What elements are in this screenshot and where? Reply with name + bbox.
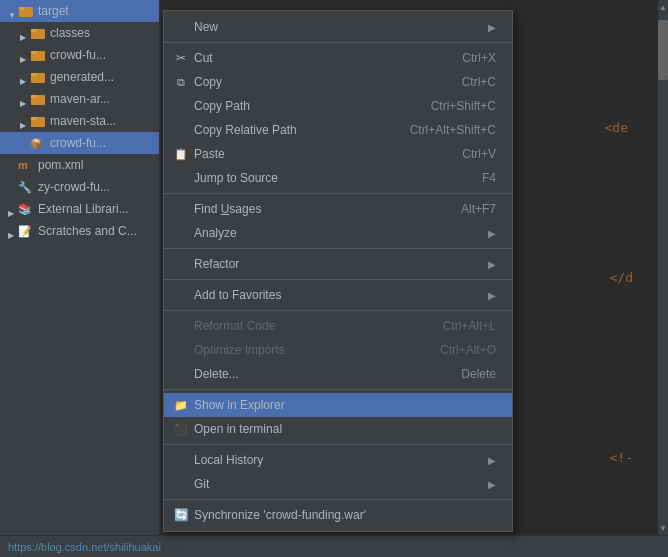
sidebar-item-label: maven-sta... xyxy=(50,114,116,128)
sidebar-item-label: pom.xml xyxy=(38,158,83,172)
menu-item-analyze[interactable]: Analyze ▶ xyxy=(164,221,512,245)
git-icon xyxy=(172,475,190,493)
new-icon xyxy=(172,18,190,36)
sidebar-item-target[interactable]: target xyxy=(0,0,159,22)
sidebar-item-zy-crowd-fu[interactable]: 🔧 zy-crowd-fu... xyxy=(0,176,159,198)
menu-item-label: Jump to Source xyxy=(194,171,466,185)
menu-item-refactor[interactable]: Refactor ▶ xyxy=(164,252,512,276)
sidebar-item-generated[interactable]: generated... xyxy=(0,66,159,88)
expand-icon xyxy=(20,94,30,104)
sidebar-item-classes[interactable]: classes xyxy=(0,22,159,44)
menu-item-delete[interactable]: Delete... Delete xyxy=(164,362,512,386)
scrollbar[interactable]: ▲ ▼ xyxy=(658,0,668,557)
paste-icon: 📋 xyxy=(172,145,190,163)
sidebar-item-pom-xml[interactable]: m pom.xml xyxy=(0,154,159,176)
editor-text-3: </d xyxy=(610,270,633,285)
shortcut-label: Delete xyxy=(461,367,496,381)
menu-item-show-in-explorer[interactable]: 📁 Show in Explorer xyxy=(164,393,512,417)
delete-icon xyxy=(172,365,190,383)
reformat-icon xyxy=(172,317,190,335)
cut-icon: ✂ xyxy=(172,49,190,67)
menu-item-paste[interactable]: 📋 Paste Ctrl+V xyxy=(164,142,512,166)
xml-file-icon: m xyxy=(18,157,34,173)
sidebar-item-external-libraries[interactable]: 📚 External Librari... xyxy=(0,198,159,220)
menu-item-new[interactable]: New ▶ xyxy=(164,15,512,39)
shortcut-label: F4 xyxy=(482,171,496,185)
sidebar-item-label: generated... xyxy=(50,70,114,84)
scroll-down-icon[interactable]: ▼ xyxy=(658,521,668,535)
menu-separator xyxy=(164,444,512,445)
menu-item-git[interactable]: Git ▶ xyxy=(164,472,512,496)
menu-item-label: New xyxy=(194,20,488,34)
menu-item-label: Local History xyxy=(194,453,488,467)
menu-item-label: Find Usages xyxy=(194,202,445,216)
menu-item-optimize-imports[interactable]: Optimize Imports Ctrl+Alt+O xyxy=(164,338,512,362)
menu-item-local-history[interactable]: Local History ▶ xyxy=(164,448,512,472)
scrollbar-thumb[interactable] xyxy=(658,20,668,80)
submenu-arrow: ▶ xyxy=(488,479,496,490)
sidebar-item-label: classes xyxy=(50,26,90,40)
menu-item-label: Paste xyxy=(194,147,446,161)
menu-item-label: Show in Explorer xyxy=(194,398,496,412)
menu-separator xyxy=(164,499,512,500)
submenu-arrow: ▶ xyxy=(488,455,496,466)
shortcut-label: Ctrl+Alt+L xyxy=(443,319,496,333)
menu-item-jump-to-source[interactable]: Jump to Source F4 xyxy=(164,166,512,190)
menu-item-copy[interactable]: ⧉ Copy Ctrl+C xyxy=(164,70,512,94)
explorer-icon: 📁 xyxy=(172,396,190,414)
menu-separator xyxy=(164,248,512,249)
history-icon xyxy=(172,451,190,469)
menu-item-copy-path[interactable]: Copy Path Ctrl+Shift+C xyxy=(164,94,512,118)
optimize-icon xyxy=(172,341,190,359)
sidebar-item-label: crowd-fu... xyxy=(50,48,106,62)
shortcut-label: Alt+F7 xyxy=(461,202,496,216)
sync-icon: 🔄 xyxy=(172,506,190,524)
menu-item-find-usages[interactable]: Find Usages Alt+F7 xyxy=(164,197,512,221)
menu-item-cut[interactable]: ✂ Cut Ctrl+X xyxy=(164,46,512,70)
sidebar-item-crowd-fu-war[interactable]: 📦 crowd-fu... xyxy=(0,132,159,154)
menu-item-reformat-code[interactable]: Reformat Code Ctrl+Alt+L xyxy=(164,314,512,338)
menu-item-label: Refactor xyxy=(194,257,488,271)
svg-rect-1 xyxy=(19,7,25,10)
menu-item-label: Reformat Code xyxy=(194,319,427,333)
folder-icon xyxy=(18,3,34,19)
scratches-icon: 📝 xyxy=(18,223,34,239)
file-tree: target classes crowd-fu... xyxy=(0,0,160,557)
menu-item-synchronize[interactable]: 🔄 Synchronize 'crowd-funding.war' xyxy=(164,503,512,527)
menu-item-label: Delete... xyxy=(194,367,445,381)
menu-item-open-in-terminal[interactable]: ⬛ Open in terminal xyxy=(164,417,512,441)
menu-separator xyxy=(164,193,512,194)
editor-text-2: <de xyxy=(605,120,628,135)
menu-separator xyxy=(164,310,512,311)
expand-icon xyxy=(8,226,18,236)
sidebar-item-label: maven-ar... xyxy=(50,92,110,106)
sidebar-item-crowd-fu[interactable]: crowd-fu... xyxy=(0,44,159,66)
expand-icon xyxy=(20,50,30,60)
sidebar-item-scratches[interactable]: 📝 Scratches and C... xyxy=(0,220,159,242)
svg-rect-3 xyxy=(31,29,37,32)
sidebar-item-label: External Librari... xyxy=(38,202,129,216)
folder-icon xyxy=(30,113,46,129)
menu-item-label: Synchronize 'crowd-funding.war' xyxy=(194,508,496,522)
menu-item-add-to-favorites[interactable]: Add to Favorites ▶ xyxy=(164,283,512,307)
sidebar-item-maven-ar[interactable]: maven-ar... xyxy=(0,88,159,110)
analyze-icon xyxy=(172,224,190,242)
status-url: https://blog.csdn.net/shilihuakai xyxy=(8,541,161,553)
submenu-arrow: ▶ xyxy=(488,22,496,33)
sidebar-item-maven-sta[interactable]: maven-sta... xyxy=(0,110,159,132)
menu-item-label: Add to Favorites xyxy=(194,288,488,302)
folder-icon xyxy=(30,25,46,41)
menu-item-copy-relative-path[interactable]: Copy Relative Path Ctrl+Alt+Shift+C xyxy=(164,118,512,142)
menu-item-label: Copy xyxy=(194,75,446,89)
svg-rect-9 xyxy=(31,95,37,98)
shortcut-label: Ctrl+C xyxy=(462,75,496,89)
sidebar-item-label: target xyxy=(38,4,69,18)
shortcut-label: Ctrl+Alt+O xyxy=(440,343,496,357)
expand-icon xyxy=(8,204,18,214)
submenu-arrow: ▶ xyxy=(488,228,496,239)
sidebar-item-label: Scratches and C... xyxy=(38,224,137,238)
find-icon xyxy=(172,200,190,218)
menu-item-label: Optimize Imports xyxy=(194,343,424,357)
scroll-up-icon[interactable]: ▲ xyxy=(658,0,668,14)
shortcut-label: Ctrl+V xyxy=(462,147,496,161)
